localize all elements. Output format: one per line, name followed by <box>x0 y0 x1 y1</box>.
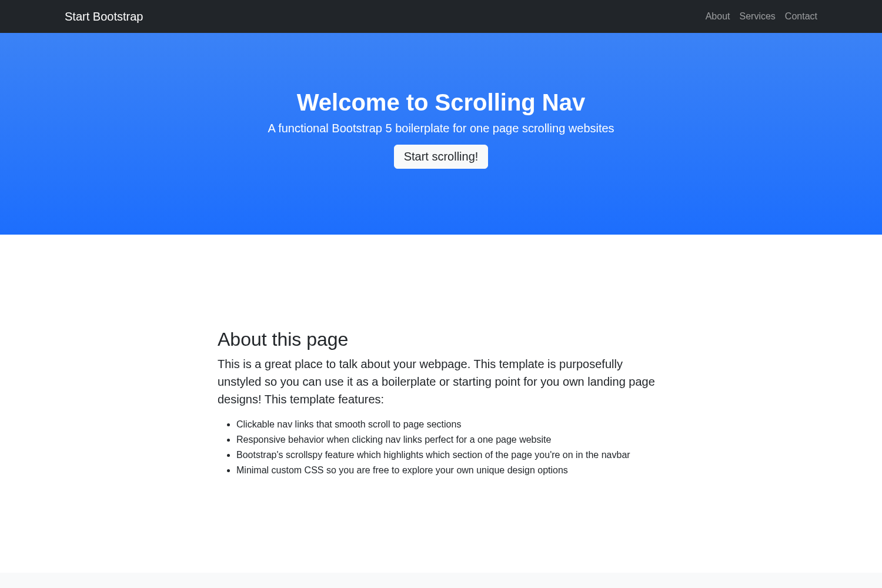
nav-link-contact[interactable]: Contact <box>785 11 817 22</box>
hero-subheading: A functional Bootstrap 5 boilerplate for… <box>12 122 870 135</box>
nav-links: About Services Contact <box>706 11 817 22</box>
about-intro: This is a great place to talk about your… <box>218 355 664 408</box>
list-item: Clickable nav links that smooth scroll t… <box>236 417 664 432</box>
list-item: Bootstrap's scrollspy feature which high… <box>236 448 664 462</box>
start-scrolling-button[interactable]: Start scrolling! <box>394 145 489 169</box>
nav-link-services[interactable]: Services <box>740 11 776 22</box>
hero: Welcome to Scrolling Nav A functional Bo… <box>0 33 882 235</box>
nav-link-about[interactable]: About <box>706 11 730 22</box>
list-item: Minimal custom CSS so you are free to ex… <box>236 463 664 477</box>
list-item: Responsive behavior when clicking nav li… <box>236 433 664 447</box>
hero-heading: Welcome to Scrolling Nav <box>12 89 870 116</box>
about-section: About this page This is a great place to… <box>0 235 882 573</box>
services-section-peek <box>0 573 882 588</box>
navbar: Start Bootstrap About Services Contact <box>0 0 882 33</box>
brand[interactable]: Start Bootstrap <box>65 10 143 24</box>
about-feature-list: Clickable nav links that smooth scroll t… <box>218 417 664 477</box>
about-heading: About this page <box>218 329 664 350</box>
